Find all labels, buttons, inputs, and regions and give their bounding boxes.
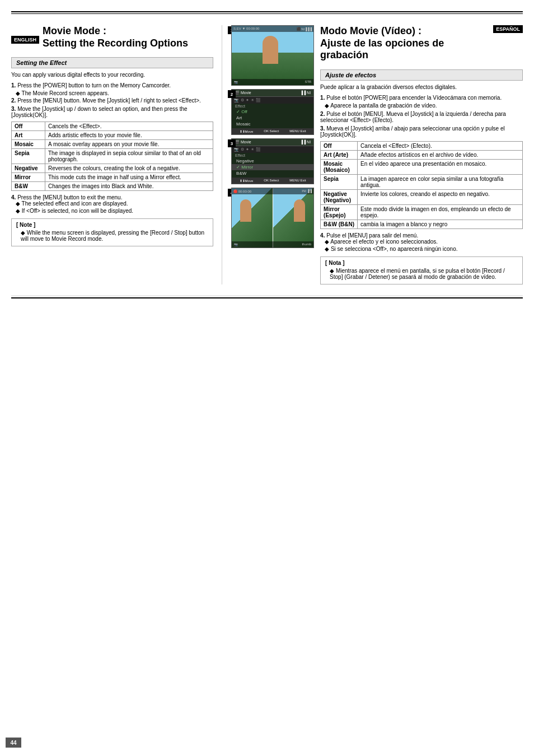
step-label-3: 3 [228,139,236,147]
spanish-subsection: Ajuste de efectos [320,69,523,81]
spanish-title-row: Modo Movie (Vídeo) : Ajuste de las opcio… [320,25,523,66]
table-row: Mosaic(Mosaico) En el vídeo aparece una … [321,159,523,174]
english-note: [ Note ] While the menu screen is displa… [11,218,213,246]
spanish-note: [ Nota ] Mientras aparece el menú en pan… [320,256,523,284]
step-3: 3. Move the [Joystick] up / down to sele… [11,106,213,118]
english-column: ENGLISH Movie Mode : Setting the Recordi… [11,25,222,284]
table-row: Negative(Negativo) Invierte los colores,… [321,189,523,204]
english-effect-table: Off Cancels the <Effect>. Art Adds artis… [11,122,213,191]
table-row: B&W (B&N) cambia la imagen a blanco y ne… [321,220,523,228]
menu-screen-3: 🎬 Movie▐▐ NI 📷 ⚙ ✦ ☀ ⬛ Effect Negative ✓… [231,138,314,184]
english-steps: 1. Press the [POWER] button to turn on t… [11,82,213,246]
cam-screen-1: 1 S.EV ▼ 00:00:00⬛ NI▐▐▐ 📷STB [231,25,308,86]
menu-screen-2: 🎬 Movie▐▐ NI 📷 ⚙ ✦ ☀ ⬛ Effect ✓ Off Art … [231,89,314,135]
step-2: 2. Press the [MENU] button. Move the [Jo… [11,97,213,104]
table-row: Negative Reverses the colours, creating … [12,164,213,173]
esp-step-3: 3. Mueva el [Joystick] arriba / abajo pa… [320,125,523,138]
table-row: Art (Arte) Añade efectos artísticos en e… [321,150,523,159]
esp-step-2: 2. Pulse el botón [MENU]. Mueva el [Joys… [320,111,523,123]
camera-view-1: S.EV ▼ 00:00:00⬛ NI▐▐▐ 📷STB [231,25,314,86]
table-row: Sepia La imagen aparece en color sepia s… [321,174,523,189]
table-row: Mosaic A mosaic overlay appears on your … [12,140,213,149]
spanish-steps: 1. Pulse el botón [POWER] para encender … [320,95,523,284]
two-column-layout: ENGLISH Movie Mode : Setting the Recordi… [11,25,523,284]
english-badge: ENGLISH [11,36,39,44]
english-intro: You can apply various digital effects to… [11,72,213,78]
table-row: Sepia The image is displayed in sepia co… [12,149,213,164]
cam-screen-2: 2 🎬 Movie▐▐ NI 📷 ⚙ ✦ ☀ ⬛ Effect ✓ Off Ar… [231,89,308,135]
note-title: [ Note ] [16,222,208,228]
esp-step-1: 1. Pulse el botón [POWER] para encender … [320,95,523,109]
english-subsection: Setting the Effect [11,57,213,68]
step1-bullet: The Movie Record screen appears. [16,90,213,96]
esp-step-4: 4. Pulse el [MENU] para salir del menú. … [320,232,523,252]
spanish-main-title: Modo Movie (Vídeo) : Ajuste de las opcio… [320,25,493,62]
spanish-effect-table: Off Cancela el <Effect> (Efecto). Art (A… [320,141,523,229]
esp-note-title: [ Nota ] [325,260,518,266]
step-label-2: 2 [228,90,236,98]
page: ENGLISH Movie Mode : Setting the Recordi… [0,0,534,756]
table-row: Mirror This mode cuts the image in half … [12,173,213,182]
table-row: Art Adds artistic effects to your movie … [12,131,213,140]
english-main-title: Movie Mode : Setting the Recording Optio… [43,25,188,49]
spanish-column: Modo Movie (Vídeo) : Ajuste de las opcio… [312,25,523,284]
spanish-badge: ESPAÑOL [493,25,523,33]
page-number: 44 [6,738,21,748]
table-row: Off Cancela el <Effect> (Efecto). [321,141,523,150]
camera-screens-column: 1 S.EV ▼ 00:00:00⬛ NI▐▐▐ 📷STB 2 [222,25,312,284]
cam-screen-3: 3 🎬 Movie▐▐ NI 📷 ⚙ ✦ ☀ ⬛ Effect Negative… [231,138,308,184]
table-row: B&W Changes the images into Black and Wh… [12,182,213,191]
spanish-intro: Puede aplicar a la grabación diversos ef… [320,84,523,90]
english-title-bar: ENGLISH Movie Mode : Setting the Recordi… [11,25,213,54]
step-4: 4. Press the [MENU] button to exit the m… [11,194,213,214]
step-1: 1. Press the [POWER] button to turn on t… [11,82,213,96]
esp-step1-bullet: Aparece la pantalla de grabación de víde… [325,102,523,109]
cam-screen-4: 4 🔴 00:00:00INI ▐▐ 📷thumb [231,188,308,248]
camera-view-4: 🔴 00:00:00INI ▐▐ 📷thumb [231,188,314,248]
table-row: Off Cancels the <Effect>. [12,122,213,131]
table-row: Mirror(Espejo) Este modo divide la image… [321,204,523,220]
